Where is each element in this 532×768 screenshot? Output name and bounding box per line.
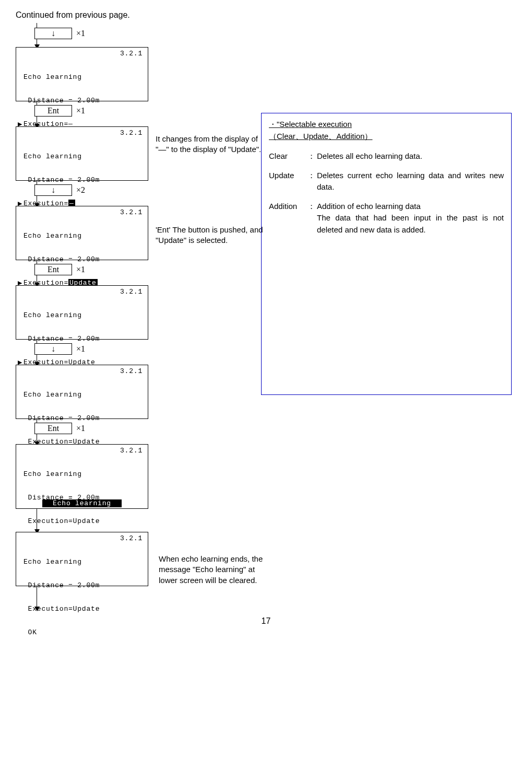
lcd-title: Echo learning <box>19 311 145 319</box>
down-button[interactable]: ↓ <box>34 343 72 355</box>
def-desc: Deletes all echo learning data. <box>317 150 504 162</box>
lcd-title: Echo learning <box>19 232 145 240</box>
annotation-2: 'Ent' The button is pushed, and "Update"… <box>156 225 265 246</box>
lcd-screen-1: 3.2.1 Echo learning Distance = 2.00m Exe… <box>16 47 148 101</box>
lcd-execution: Execution=Update <box>19 605 145 613</box>
lcd-version: 3.2.1 <box>120 534 143 542</box>
sidebox-title-2: （Clear、Update、Addition） <box>269 131 504 143</box>
connector: ↓ ×1 <box>16 24 151 47</box>
def-sep: ： <box>308 170 317 193</box>
lcd-title: Echo learning <box>19 470 145 478</box>
def-sep: ： <box>308 150 317 162</box>
lcd-screen-5: 3.2.1 Echo learning Distance = 2.00m Exe… <box>16 365 148 419</box>
lcd-version: 3.2.1 <box>120 208 143 216</box>
lcd-title: Echo learning <box>19 153 145 160</box>
def-sep: ： <box>308 201 317 236</box>
ent-button[interactable]: Ent <box>34 105 72 117</box>
annotation-1: It changes from the display of "―" to th… <box>156 134 265 155</box>
lcd-ok: OK <box>19 629 145 636</box>
lcd-distance: Distance = 2.00m <box>19 97 145 104</box>
ent-button[interactable]: Ent <box>34 423 72 434</box>
lcd-version: 3.2.1 <box>120 288 143 296</box>
down-button[interactable]: ↓ <box>34 184 72 196</box>
def-row-addition: Addition ： Addition of echo learning dat… <box>269 201 504 236</box>
def-term: Addition <box>269 201 308 236</box>
continued-header: Continued from previous page. <box>16 10 516 20</box>
def-term: Update <box>269 170 308 193</box>
lcd-distance: Distance = 2.00m <box>19 255 145 263</box>
sidebox-title-1: ・"Selectable execution <box>269 119 504 131</box>
lcd-distance: Distance = 2.00m <box>19 176 145 184</box>
lcd-status-footer: Echo learning <box>16 499 148 507</box>
lcd-screen-3: 3.2.1 Echo learning Distance = 2.00m Exe… <box>16 206 148 260</box>
def-desc: Deletes current echo learning data and w… <box>317 170 504 193</box>
flow-column: ↓ ×1 3.2.1 Echo learning Distance = 2.00… <box>16 24 151 609</box>
press-count: ×1 <box>76 29 85 38</box>
lcd-distance: Distance = 2.00m <box>19 335 145 343</box>
selectable-execution-box: ・"Selectable execution （Clear、Update、Add… <box>261 113 512 395</box>
def-row-update: Update ： Deletes current echo learning d… <box>269 170 504 193</box>
annotation-3: When echo learning ends, the message "Ec… <box>159 554 268 586</box>
def-row-clear: Clear ： Deletes all echo learning data. <box>269 150 504 162</box>
lcd-screen-7: 3.2.1 Echo learning Distance = 2.00m Exe… <box>16 532 148 586</box>
ent-button[interactable]: Ent <box>34 264 72 275</box>
lcd-distance: Distance = 2.00m <box>19 581 145 589</box>
lcd-title: Echo learning <box>19 73 145 81</box>
lcd-title: Echo learning <box>19 391 145 399</box>
lcd-screen-4: 3.2.1 Echo learning Distance = 2.00m Exe… <box>16 285 148 340</box>
lcd-version: 3.2.1 <box>120 447 143 455</box>
lcd-version: 3.2.1 <box>120 367 143 375</box>
lcd-version: 3.2.1 <box>120 50 143 57</box>
lcd-distance: Distance = 2.00m <box>19 414 145 422</box>
lcd-title: Echo learning <box>19 558 145 566</box>
lcd-version: 3.2.1 <box>120 129 143 137</box>
lcd-screen-2: 3.2.1 Echo learning Distance = 2.00m Exe… <box>16 126 148 181</box>
down-button[interactable]: ↓ <box>34 28 72 39</box>
def-desc: Addition of echo learning data The data … <box>317 201 504 236</box>
lcd-execution: Execution=Update <box>19 517 145 525</box>
def-term: Clear <box>269 150 308 162</box>
lcd-screen-6: 3.2.1 Echo learning Distance = 2.00m Exe… <box>16 444 148 509</box>
